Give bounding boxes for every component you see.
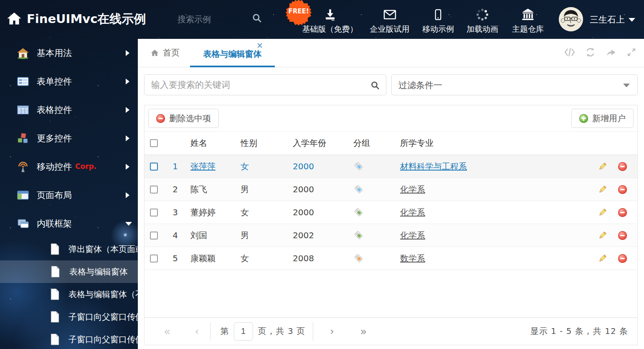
column-header-group: 分组	[353, 138, 400, 149]
tag-icon	[353, 185, 400, 194]
sidebar-subitem-grid-edit-window[interactable]: 表格与编辑窗体	[0, 260, 138, 283]
delete-row-icon[interactable]	[618, 185, 627, 194]
sidebar-subitem-popup-window[interactable]: 弹出窗体（本页面或...	[0, 238, 138, 260]
table-row[interactable]: 5 康颖颖 女 2008 数学系	[145, 247, 637, 270]
column-header-year: 入学年份	[293, 138, 353, 149]
nav-label: 加载动画	[467, 24, 498, 35]
corp-badge: Corp.	[75, 162, 96, 171]
prev-page-button[interactable]: ‹	[195, 325, 199, 337]
next-page-button[interactable]: ›	[330, 325, 334, 337]
file-icon	[49, 334, 60, 345]
filter-dropdown[interactable]: 过滤条件一	[391, 74, 638, 95]
row-checkbox[interactable]	[150, 232, 158, 239]
expand-icon[interactable]	[626, 47, 636, 57]
plus-circle-icon	[579, 114, 588, 123]
nav-enterprise-trial[interactable]: 企业版试用	[370, 6, 410, 35]
first-page-button[interactable]: «	[164, 325, 171, 338]
search-icon[interactable]	[251, 13, 262, 25]
major-link[interactable]: 化学系	[400, 230, 587, 241]
chevron-down-icon	[623, 84, 630, 87]
edit-pencil-icon[interactable]	[598, 185, 607, 194]
row-checkbox[interactable]	[150, 255, 158, 262]
nav-loading-animations[interactable]: 加载动画	[467, 6, 498, 35]
nav-mobile-demo[interactable]: 移动示例	[422, 6, 454, 35]
row-checkbox[interactable]	[150, 186, 158, 194]
sidebar-item-more-controls[interactable]: 更多控件	[0, 124, 138, 153]
source-code-icon[interactable]	[564, 47, 575, 57]
table-row[interactable]: 1 张萍萍 女 2000 材料科学与工程系	[145, 155, 637, 178]
delete-row-icon[interactable]	[618, 254, 627, 263]
sidebar-subitem-child-to-parent-2[interactable]: 子窗口向父窗口传值...	[0, 328, 138, 349]
row-checkbox[interactable]	[150, 163, 158, 171]
header-search-input[interactable]	[177, 13, 244, 26]
home-logo-icon[interactable]	[6, 11, 23, 28]
major-link[interactable]: 数学系	[400, 253, 587, 264]
select-all-checkbox[interactable]	[150, 139, 158, 147]
edit-pencil-icon[interactable]	[598, 254, 607, 263]
tag-icon	[353, 254, 400, 263]
table-body: 1 张萍萍 女 2000 材料科学与工程系	[145, 155, 637, 270]
delete-row-icon[interactable]	[618, 231, 627, 240]
search-icon[interactable]	[370, 80, 380, 92]
row-index: 3	[163, 207, 182, 217]
nav-label: 基础版（免费）	[302, 24, 358, 35]
column-header-name: 姓名	[182, 138, 241, 149]
year-cell: 2008	[293, 253, 353, 263]
chevron-right-icon	[126, 164, 129, 170]
user-menu[interactable]: 三生石上	[590, 14, 635, 25]
add-user-button[interactable]: 新增用户	[571, 109, 634, 128]
filter-row: 过滤条件一	[144, 74, 638, 95]
name-link[interactable]: 陈飞	[182, 184, 241, 195]
sidebar-item-basic-usage[interactable]: 基本用法	[0, 39, 138, 67]
close-icon[interactable]: ×	[256, 41, 263, 49]
free-badge: FREE!	[285, 0, 312, 25]
tag-icon	[353, 231, 400, 240]
delete-row-icon[interactable]	[618, 162, 627, 171]
delete-row-icon[interactable]	[618, 208, 627, 217]
name-link[interactable]: 董婷婷	[182, 207, 241, 218]
chevron-right-icon	[126, 135, 129, 141]
envelope-icon	[382, 6, 397, 22]
page-number-input[interactable]	[234, 322, 253, 341]
delete-selected-button[interactable]: 删除选中项	[148, 109, 219, 128]
grid-toolbar: 删除选中项 新增用户	[145, 105, 637, 131]
gender-cell: 男	[241, 184, 293, 195]
edit-pencil-icon[interactable]	[598, 162, 607, 171]
edit-pencil-icon[interactable]	[598, 208, 607, 217]
keyword-search-input[interactable]	[151, 75, 364, 95]
table-row[interactable]: 2 陈飞 男 2000 化学系	[145, 178, 637, 201]
major-link[interactable]: 材料科学与工程系	[400, 161, 587, 172]
app-root: FineUIMvc在线示例 FREE! 基础版（免费） 企业版试用	[0, 0, 644, 349]
share-arrow-icon[interactable]	[606, 47, 616, 57]
chevron-right-icon	[126, 192, 129, 198]
table-row[interactable]: 3 董婷婷 女 2000 化学系	[145, 201, 637, 224]
nav-label: 移动示例	[422, 24, 454, 35]
year-cell: 2000	[293, 161, 353, 171]
tab-toolbar	[564, 47, 636, 57]
tab-grid-edit-window[interactable]: 表格与编辑窗体 ×	[190, 39, 275, 67]
sidebar-item-grid-controls[interactable]: 表格控件	[0, 96, 138, 124]
last-page-button[interactable]: »	[360, 325, 367, 338]
name-link[interactable]: 张萍萍	[182, 161, 241, 172]
sidebar-subitem-child-to-parent[interactable]: 子窗口向父窗口传值	[0, 306, 138, 328]
chevron-down-icon	[125, 222, 132, 226]
sidebar-item-page-layout[interactable]: 页面布局	[0, 181, 138, 209]
row-checkbox[interactable]	[150, 209, 158, 217]
tag-icon	[353, 162, 400, 171]
column-header-major: 所学专业	[400, 138, 587, 149]
sidebar-item-mobile-controls[interactable]: 移动控件 Corp.	[0, 153, 138, 181]
name-link[interactable]: 康颖颖	[182, 253, 241, 264]
sidebar-subitem-grid-edit-window-2[interactable]: 表格与编辑窗体（不...	[0, 283, 138, 306]
major-link[interactable]: 化学系	[400, 207, 587, 218]
major-link[interactable]: 化学系	[400, 184, 587, 195]
sidebar-item-form-controls[interactable]: 表单控件	[0, 67, 138, 96]
nav-theme-repository[interactable]: 主题仓库	[512, 6, 544, 35]
refresh-icon[interactable]	[585, 47, 596, 57]
chevron-right-icon	[126, 79, 129, 84]
tab-home[interactable]: 首页	[150, 47, 180, 59]
edit-pencil-icon[interactable]	[598, 231, 607, 240]
table-row[interactable]: 4 刘国 男 2002 化学系	[145, 224, 637, 247]
sidebar-item-iframe[interactable]: 内联框架	[0, 209, 138, 238]
user-avatar[interactable]	[559, 7, 583, 31]
name-link[interactable]: 刘国	[182, 230, 241, 241]
